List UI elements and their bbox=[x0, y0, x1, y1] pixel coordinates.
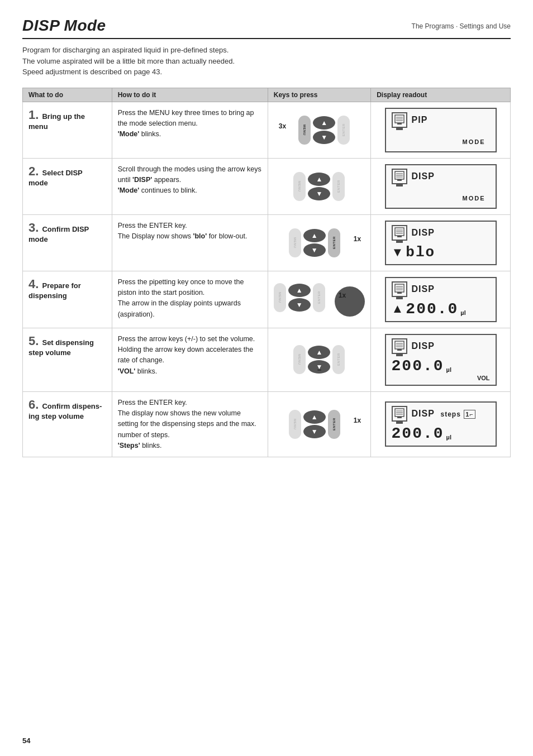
step-keys: MENU▲▼ENTER1x bbox=[268, 391, 370, 457]
step-what: 1. Bring up the menu bbox=[23, 102, 112, 158]
steps-table: What to do How to do it Keys to press Di… bbox=[22, 88, 511, 458]
step-display: DISP steps 1⌐200.0µl bbox=[371, 391, 511, 457]
table-row: 2. Select DISP modeScroll through the mo… bbox=[23, 158, 511, 214]
step-how: Press the pipetting key once to move the… bbox=[112, 271, 268, 328]
page-header: DISP Mode The Programs · Settings and Us… bbox=[22, 17, 511, 39]
step-display: DISPMODE bbox=[371, 158, 511, 214]
svg-rect-29 bbox=[397, 417, 402, 418]
step-keys: MENU▲▼ENTER1x bbox=[268, 271, 370, 328]
svg-rect-14 bbox=[397, 236, 402, 237]
display-readout: DISP▲200.0µl bbox=[385, 277, 497, 322]
svg-rect-4 bbox=[397, 123, 402, 125]
svg-rect-9 bbox=[397, 179, 402, 181]
page-subtitle: The Programs · Settings and Use bbox=[412, 17, 511, 30]
step-keys: MENU▲▼ENTER bbox=[268, 158, 370, 214]
table-row: 6. Confirm dispens- ing step volumePress… bbox=[23, 391, 511, 457]
step-how: Press the ENTER key.The display now show… bbox=[112, 391, 268, 457]
svg-rect-19 bbox=[397, 292, 402, 294]
step-what: 6. Confirm dispens- ing step volume bbox=[23, 391, 112, 457]
step-what: 5. Set dispensing step volume bbox=[23, 328, 112, 391]
step-how: Press the arrow keys (+/-) to set the vo… bbox=[112, 328, 268, 391]
table-row: 1. Bring up the menuPress the MENU key t… bbox=[23, 102, 511, 158]
step-what: 2. Select DISP mode bbox=[23, 158, 112, 214]
step-keys: 3xMENU▲▼ENTER bbox=[268, 102, 370, 158]
step-keys: MENU▲▼ENTER1x bbox=[268, 214, 370, 271]
display-readout: DISP▼blo bbox=[385, 221, 497, 265]
display-readout: DISP200.0µlVOL bbox=[385, 334, 497, 386]
step-what: 3. Confirm DISP mode bbox=[23, 214, 112, 271]
step-how: Press the ENTER key.The Display now show… bbox=[112, 214, 268, 271]
keys-illustration: MENU▲▼ENTER1x bbox=[274, 228, 365, 257]
step-how: Press the MENU key three times to bring … bbox=[112, 102, 268, 158]
svg-rect-24 bbox=[397, 349, 402, 351]
col-header-keys: Keys to press bbox=[268, 88, 370, 102]
intro-text: Program for discharging an aspirated liq… bbox=[22, 45, 511, 78]
col-header-what: What to do bbox=[23, 88, 112, 102]
page-title: DISP Mode bbox=[22, 17, 106, 35]
display-readout: PIPMODE bbox=[385, 108, 497, 152]
step-what: 4. Prepare for dispensing bbox=[23, 271, 112, 328]
keys-illustration: MENU▲▼ENTER bbox=[274, 172, 365, 201]
step-how: Scroll through the modes using the arrow… bbox=[112, 158, 268, 214]
keys-illustration: +MENU▲▼ENTER− bbox=[274, 345, 365, 374]
step-keys: +MENU▲▼ENTER− bbox=[268, 328, 370, 391]
keys-illustration: MENU▲▼ENTER1x bbox=[274, 282, 365, 317]
step-display: DISP▼blo bbox=[371, 214, 511, 271]
step-display: PIPMODE bbox=[371, 102, 511, 158]
step-display: DISP200.0µlVOL bbox=[371, 328, 511, 391]
col-header-how: How to do it bbox=[112, 88, 268, 102]
keys-illustration: 3xMENU▲▼ENTER bbox=[274, 116, 365, 145]
step-display: DISP▲200.0µl bbox=[371, 271, 511, 328]
table-row: 5. Set dispensing step volumePress the a… bbox=[23, 328, 511, 391]
col-header-disp: Display readout bbox=[371, 88, 511, 102]
page-number: 54 bbox=[22, 736, 30, 745]
table-row: 3. Confirm DISP modePress the ENTER key.… bbox=[23, 214, 511, 271]
display-readout: DISP steps 1⌐200.0µl bbox=[385, 401, 497, 447]
keys-illustration: MENU▲▼ENTER1x bbox=[274, 410, 365, 439]
display-readout: DISPMODE bbox=[385, 164, 497, 209]
table-row: 4. Prepare for dispensingPress the pipet… bbox=[23, 271, 511, 328]
